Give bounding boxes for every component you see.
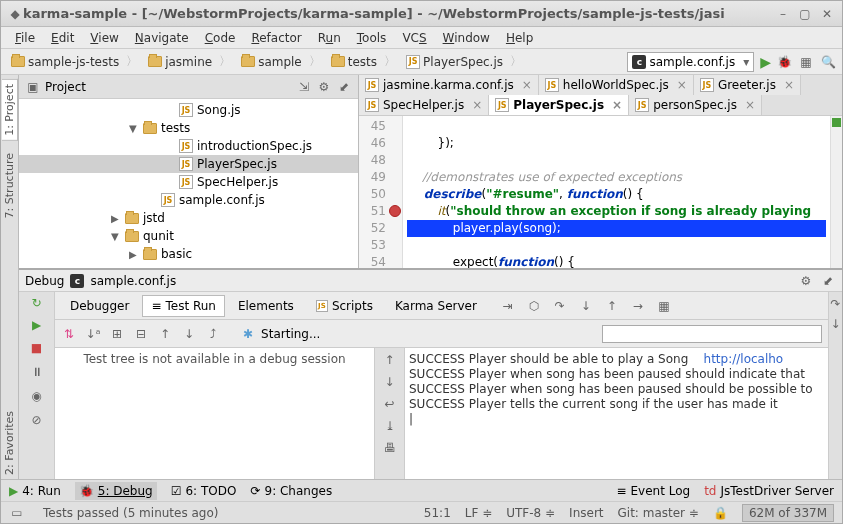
close-icon[interactable]: × (745, 98, 755, 112)
sort-icon[interactable]: ↓ᵃ (85, 326, 101, 342)
tree-item[interactable]: JSSong.js (19, 101, 358, 119)
encoding[interactable]: UTF-8 ≑ (506, 506, 555, 520)
next-icon[interactable]: ↓ (181, 326, 197, 342)
tool-jstd[interactable]: tdJsTestDriver Server (704, 484, 834, 498)
menu-navigate[interactable]: Navigate (127, 29, 197, 47)
close-icon[interactable]: × (472, 98, 482, 112)
view-breakpoints-button[interactable]: ◉ (29, 388, 45, 404)
editor-tab[interactable]: JSpersonSpec.js× (629, 95, 762, 115)
hide-icon[interactable]: ⬋ (820, 273, 836, 289)
menu-edit[interactable]: Edit (43, 29, 82, 47)
collapse-icon[interactable]: ⊟ (133, 326, 149, 342)
editor-tab[interactable]: JSPlayerSpec.js× (489, 95, 629, 115)
tool-tab-structure[interactable]: 7: Structure (2, 149, 17, 222)
caret-position[interactable]: 51:1 (424, 506, 451, 520)
hide-icon[interactable]: ⬋ (336, 79, 352, 95)
menu-code[interactable]: Code (197, 29, 244, 47)
close-icon[interactable]: × (784, 78, 794, 92)
debug-tab[interactable]: Elements (229, 295, 303, 317)
menu-file[interactable]: File (7, 29, 43, 47)
menu-refactor[interactable]: Refactor (243, 29, 309, 47)
stop-button[interactable]: ■ (29, 340, 45, 356)
crumb-1[interactable]: jasmine (144, 51, 235, 72)
close-button[interactable]: ✕ (818, 5, 836, 23)
tree-item[interactable]: ▼qunit (19, 227, 358, 245)
menu-run[interactable]: Run (310, 29, 349, 47)
filter-icon[interactable]: ⇅ (61, 326, 77, 342)
lock-icon[interactable]: 🔒 (713, 506, 728, 520)
debug-tab[interactable]: ≡Test Run (142, 295, 225, 317)
memory-indicator[interactable]: 62M of 337M (742, 504, 834, 522)
coverage-button[interactable]: ▦ (798, 54, 814, 70)
tree-item[interactable]: ▶basic (19, 245, 358, 263)
tool-todo[interactable]: ☑6: TODO (171, 484, 237, 498)
menu-tools[interactable]: Tools (349, 29, 395, 47)
crumb-3[interactable]: tests (327, 51, 400, 72)
debug-tab[interactable]: Karma Server (386, 295, 486, 317)
git-branch[interactable]: Git: master ≑ (618, 506, 699, 520)
scroll-icon[interactable]: ⤓ (382, 418, 398, 434)
pause-button[interactable]: ⏸ (29, 364, 45, 380)
debug-action-icon[interactable]: ↑ (604, 298, 620, 314)
run-button[interactable]: ▶ (760, 54, 771, 70)
maximize-button[interactable]: ▢ (796, 5, 814, 23)
search-icon[interactable]: 🔍 (820, 54, 836, 70)
crumb-0[interactable]: sample-js-tests (7, 51, 142, 72)
tree-item[interactable]: JSintroductionSpec.js (19, 137, 358, 155)
mute-breakpoints-button[interactable]: ⊘ (29, 412, 45, 428)
crumb-4[interactable]: JSPlayerSpec.js (402, 51, 526, 72)
tool-changes[interactable]: ⟳9: Changes (250, 484, 332, 498)
step-into-icon[interactable]: ↓ (828, 316, 844, 332)
debug-action-icon[interactable]: ▦ (656, 298, 672, 314)
debug-tab[interactable]: Debugger (61, 295, 138, 317)
close-icon[interactable]: × (677, 78, 687, 92)
line-separator[interactable]: LF ≑ (465, 506, 492, 520)
tree-item[interactable]: ▼tests (19, 119, 358, 137)
resume-button[interactable]: ▶ (32, 318, 41, 332)
breakpoint-icon[interactable] (389, 205, 401, 217)
close-icon[interactable]: × (612, 98, 622, 112)
code-area[interactable]: }); //demonstrates use of expected excep… (403, 116, 830, 268)
run-config-dropdown[interactable]: csample.conf.js (627, 52, 754, 72)
tree-item[interactable]: JSsample.conf.js (19, 191, 358, 209)
editor-tab[interactable]: JSjasmine.karma.conf.js× (359, 75, 539, 95)
project-tree[interactable]: JSSong.js▼testsJSintroductionSpec.jsJSPl… (19, 99, 358, 268)
gutter[interactable]: 4546484950515253545556 (359, 116, 403, 268)
print-icon[interactable]: 🖶 (382, 440, 398, 456)
minimize-button[interactable]: – (774, 5, 792, 23)
tool-tab-favorites[interactable]: 2: Favorites (2, 407, 17, 479)
status-icon[interactable]: ▭ (9, 505, 25, 521)
editor-tab[interactable]: JSSpecHelper.js× (359, 95, 489, 115)
console-output[interactable]: SUCCESS Player should be able to play a … (405, 348, 828, 479)
debug-action-icon[interactable]: ⇥ (500, 298, 516, 314)
export-icon[interactable]: ⤴ (205, 326, 221, 342)
crumb-2[interactable]: sample (237, 51, 325, 72)
editor-tab[interactable]: JSGreeter.js× (694, 75, 801, 95)
tool-run[interactable]: ▶4: Run (9, 484, 61, 498)
editor-tab[interactable]: JShelloWorldSpec.js× (539, 75, 694, 95)
debug-action-icon[interactable]: ⬡ (526, 298, 542, 314)
collapse-icon[interactable]: ⇲ (296, 79, 312, 95)
close-icon[interactable]: × (522, 78, 532, 92)
tool-tab-project[interactable]: 1: Project (2, 79, 18, 141)
project-view-icon[interactable]: ▣ (25, 79, 41, 95)
wrap-icon[interactable]: ↩ (382, 396, 398, 412)
tree-item[interactable]: JSPlayerSpec.js (19, 155, 358, 173)
up-icon[interactable]: ↑ (382, 352, 398, 368)
debug-action-icon[interactable]: ↷ (552, 298, 568, 314)
gear-icon[interactable]: ⚙ (316, 79, 332, 95)
gear-icon[interactable]: ⚙ (798, 273, 814, 289)
menu-view[interactable]: View (82, 29, 126, 47)
rerun-button[interactable]: ↻ (31, 296, 41, 310)
debug-tab[interactable]: JSScripts (307, 295, 382, 317)
debug-action-icon[interactable]: ↓ (578, 298, 594, 314)
debug-action-icon[interactable]: → (630, 298, 646, 314)
down-icon[interactable]: ↓ (382, 374, 398, 390)
tree-item[interactable]: JSSpecHelper.js (19, 173, 358, 191)
menu-vcs[interactable]: VCS (394, 29, 434, 47)
filter-input[interactable] (602, 325, 822, 343)
menu-window[interactable]: Window (435, 29, 498, 47)
expand-icon[interactable]: ⊞ (109, 326, 125, 342)
tree-item[interactable]: ▶jstd (19, 209, 358, 227)
debug-button[interactable]: 🐞 (777, 55, 792, 69)
